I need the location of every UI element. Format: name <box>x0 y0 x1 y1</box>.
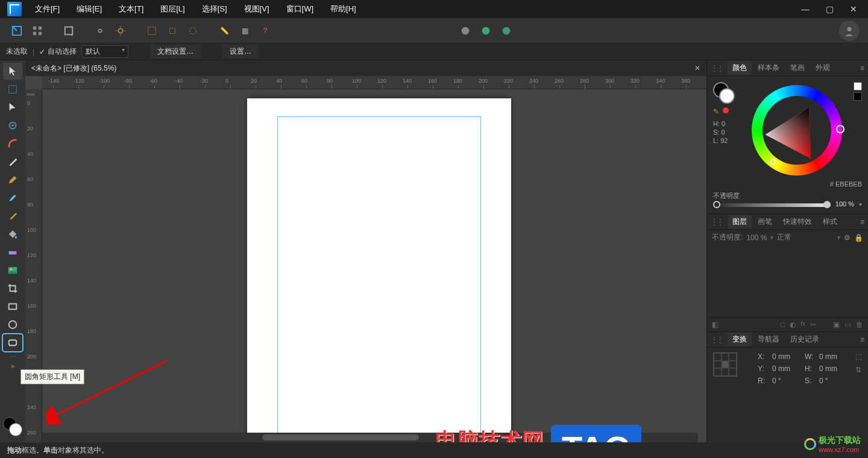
tab-color[interactable]: 颜色 <box>728 61 752 75</box>
scrollbar-thumb[interactable] <box>262 434 419 441</box>
artboard-icon[interactable] <box>60 22 77 39</box>
doc-settings-button[interactable]: 文档设置… <box>150 45 201 59</box>
tab-navigator[interactable]: 导航器 <box>753 332 784 346</box>
color-wheel[interactable] <box>752 85 842 176</box>
snap-help-icon[interactable]: ? <box>257 22 274 39</box>
layer-group-icon[interactable]: ▭ <box>844 320 851 329</box>
fill-tool[interactable] <box>3 226 22 243</box>
panel-grip-icon[interactable]: ⋮⋮ <box>711 218 723 226</box>
align-group-1-icon[interactable] <box>143 22 160 39</box>
tab-swatches[interactable]: 样本条 <box>753 61 784 75</box>
menu-text[interactable]: 文本[T] <box>110 0 152 18</box>
auto-select-dropdown[interactable]: 默认 <box>81 45 128 58</box>
tab-brushes[interactable]: 画笔 <box>753 215 777 229</box>
point-transform-tool[interactable] <box>3 117 22 134</box>
maximize-button[interactable]: ▢ <box>817 0 841 18</box>
panel-menu-icon[interactable]: ≡ <box>860 336 864 344</box>
dropper-tool[interactable] <box>3 208 22 224</box>
fill-stroke-selector[interactable] <box>713 82 735 104</box>
tab-effects[interactable]: 快速特效 <box>778 215 817 229</box>
snap-grid-icon[interactable]: ▦ <box>236 22 253 39</box>
panel-grip-icon[interactable]: ⋮⋮ <box>711 64 723 72</box>
document-tab-close-icon[interactable]: ✕ <box>694 64 700 72</box>
grid-icon[interactable] <box>29 22 46 39</box>
swatch-white[interactable] <box>854 82 862 91</box>
node-tool[interactable] <box>3 99 22 116</box>
eyedropper-icon[interactable]: ✎ <box>713 107 719 116</box>
expand-tools-button[interactable]: » <box>3 362 22 371</box>
menu-view[interactable]: 视图[V] <box>236 0 278 18</box>
menu-layer[interactable]: 图层[L] <box>152 0 193 18</box>
rounded-rectangle-tool[interactable] <box>3 334 22 351</box>
fill-stroke-swatch[interactable] <box>3 417 22 436</box>
menu-window[interactable]: 窗口[W] <box>278 0 322 18</box>
anchor-selector[interactable] <box>713 352 737 377</box>
brush-tool[interactable] <box>3 189 22 206</box>
color-chip-icon[interactable] <box>723 107 729 113</box>
opacity-value[interactable]: 100 % <box>835 200 854 208</box>
corner-tool[interactable] <box>3 135 22 152</box>
snap-ruler-icon[interactable]: 📏 <box>216 22 233 39</box>
document-tab[interactable]: <未命名> [已修改] (65.5%) ✕ <box>25 60 706 76</box>
rectangle-tool[interactable] <box>3 298 22 315</box>
layer-add-icon[interactable]: ▣ <box>833 320 840 329</box>
transform-x-field[interactable]: 0 mm <box>772 352 800 361</box>
tab-styles[interactable]: 样式 <box>818 215 842 229</box>
marquee-tool[interactable] <box>3 81 22 98</box>
tab-appearance[interactable]: 外观 <box>811 61 835 75</box>
layer-adjust-icon[interactable]: ◐ <box>790 320 796 329</box>
page-artboard[interactable] <box>247 98 511 442</box>
more-shapes-indicator[interactable]: ⋯ <box>3 352 22 361</box>
opacity-dropdown-icon[interactable]: ▾ <box>859 201 862 208</box>
opacity-slider[interactable] <box>713 203 831 207</box>
layer-mask-icon[interactable]: ◧ <box>712 320 719 329</box>
fill-color-swatch[interactable] <box>9 423 22 436</box>
panel-menu-icon[interactable]: ≡ <box>860 218 864 226</box>
account-icon[interactable] <box>839 21 860 41</box>
ruler-vertical[interactable]: mm 0204060801001201401601802002202402602… <box>25 89 42 442</box>
layer-crop-icon[interactable]: ✂ <box>810 320 816 329</box>
settings-button[interactable]: 设置… <box>222 45 259 59</box>
layer-delete-icon[interactable]: 🗑 <box>856 320 863 329</box>
move-tool[interactable] <box>3 63 22 80</box>
transform-w-field[interactable]: 0 mm <box>819 352 847 361</box>
layer-gear-icon[interactable]: ⚙ <box>844 234 851 242</box>
ellipse-tool[interactable] <box>3 316 22 333</box>
transform-y-field[interactable]: 0 mm <box>772 364 800 373</box>
layer-fx2-icon[interactable]: fx <box>800 320 805 329</box>
tab-transform[interactable]: 变换 <box>728 332 752 346</box>
panel-menu-icon[interactable]: ≡ <box>860 64 864 72</box>
hue-cursor[interactable] <box>836 125 844 133</box>
menu-select[interactable]: 选择[S] <box>193 0 236 18</box>
layer-opacity-value[interactable]: 100 % <box>746 234 767 242</box>
link-wh-icon[interactable]: ⬚ <box>855 352 862 361</box>
align-group-3-icon[interactable] <box>184 22 201 39</box>
transform-s-field[interactable]: 0 ° <box>819 377 847 385</box>
layer-lock-icon[interactable]: 🔒 <box>854 234 863 242</box>
prefs-gear-icon[interactable] <box>92 22 108 39</box>
menu-edit[interactable]: 编辑[E] <box>68 0 110 18</box>
link-rs-icon[interactable]: ⇅ <box>855 366 862 374</box>
layer-blend-dropdown[interactable]: 正常 <box>777 232 791 243</box>
transparency-tool[interactable] <box>3 244 22 261</box>
shape3-icon[interactable] <box>498 22 515 39</box>
menu-help[interactable]: 帮助[H] <box>322 0 365 18</box>
panel-grip-icon[interactable]: ⋮⋮ <box>711 336 723 344</box>
prefs-sun-icon[interactable] <box>112 22 129 39</box>
menu-file[interactable]: 文件[F] <box>27 0 68 18</box>
canvas-viewport[interactable] <box>42 89 706 431</box>
close-button[interactable]: ✕ <box>841 0 866 18</box>
place-image-tool[interactable] <box>3 262 22 279</box>
tab-stroke[interactable]: 笔画 <box>785 61 810 75</box>
transform-h-field[interactable]: 0 mm <box>819 364 847 373</box>
auto-select-checkbox[interactable]: ✓自动选择 <box>39 46 77 57</box>
ruler-horizontal[interactable]: -140-120-100-80-60-40-200204060801001201… <box>42 76 706 89</box>
crop-tool[interactable] <box>3 280 22 297</box>
hex-value[interactable]: EBEBEB <box>835 180 862 188</box>
shape2-icon[interactable] <box>477 22 494 39</box>
persona-designer-icon[interactable] <box>8 22 25 39</box>
pen-tool[interactable] <box>3 153 22 170</box>
layers-list[interactable] <box>707 245 868 317</box>
swatch-black[interactable] <box>854 92 862 101</box>
tab-layers[interactable]: 图层 <box>728 215 752 229</box>
